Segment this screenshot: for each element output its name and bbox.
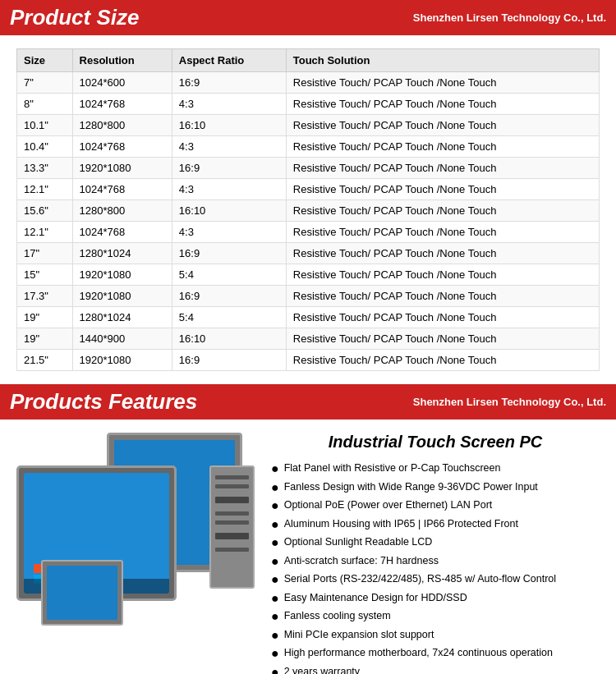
feature-item: ●Optional Sunlight Readable LCD — [271, 535, 600, 550]
table-cell-2-0: 10.1" — [17, 115, 73, 136]
table-cell-7-1: 1024*768 — [72, 222, 172, 243]
table-cell-10-2: 16:9 — [172, 286, 286, 307]
features-section: Industrial Touch Screen PC ●Flat Panel w… — [0, 420, 616, 674]
table-row: 19"1280*10245:4Resistive Touch/ PCAP Tou… — [17, 307, 600, 328]
table-cell-9-2: 5:4 — [172, 264, 286, 286]
bullet-icon: ● — [271, 481, 279, 494]
feature-text: High performance motherboard, 7x24 conti… — [284, 646, 553, 661]
table-cell-2-1: 1280*800 — [72, 115, 172, 136]
feature-text: Easy Maintenance Design for HDD/SSD — [284, 591, 467, 606]
table-cell-8-0: 17" — [17, 243, 73, 264]
company-name-1: Shenzhen Lirsen Technology Co., Ltd. — [413, 11, 606, 24]
table-row: 15"1920*10805:4Resistive Touch/ PCAP Tou… — [17, 264, 600, 286]
table-cell-13-2: 16:9 — [172, 350, 286, 371]
table-cell-5-0: 12.1" — [17, 179, 73, 200]
features-text: Industrial Touch Screen PC ●Flat Panel w… — [271, 433, 600, 674]
product-size-title: Product Size — [10, 5, 139, 30]
bullet-icon: ● — [271, 462, 279, 475]
monitor-small — [41, 560, 123, 626]
table-cell-2-3: Resistive Touch/ PCAP Touch /None Touch — [286, 115, 599, 136]
table-cell-11-0: 19" — [17, 307, 73, 328]
feature-text: Fanless Design with Wide Range 9-36VDC P… — [284, 480, 538, 495]
table-cell-9-0: 15" — [17, 264, 73, 286]
monitor-stack — [16, 433, 255, 621]
table-cell-11-3: Resistive Touch/ PCAP Touch /None Touch — [286, 307, 599, 328]
port-panel — [209, 465, 255, 589]
table-row: 15.6"1280*80016:10Resistive Touch/ PCAP … — [17, 200, 600, 222]
table-cell-1-3: Resistive Touch/ PCAP Touch /None Touch — [286, 94, 599, 115]
feature-text: Optional Sunlight Readable LCD — [284, 535, 433, 550]
feature-item: ●Flat Panel with Resistive or P-Cap Touc… — [271, 461, 600, 476]
table-row: 19"1440*90016:10Resistive Touch/ PCAP To… — [17, 328, 600, 350]
table-cell-3-0: 10.4" — [17, 136, 73, 158]
table-row: 10.4"1024*7684:3Resistive Touch/ PCAP To… — [17, 136, 600, 158]
monitor-small-screen — [47, 566, 117, 620]
table-cell-6-3: Resistive Touch/ PCAP Touch /None Touch — [286, 200, 599, 222]
bullet-icon: ● — [271, 573, 279, 586]
feature-item: ●Serial Ports (RS-232/422/485), RS-485 w… — [271, 572, 600, 587]
product-size-table: Size Resolution Aspect Ratio Touch Solut… — [16, 48, 600, 371]
table-cell-5-2: 4:3 — [172, 179, 286, 200]
table-row: 17.3"1920*108016:9Resistive Touch/ PCAP … — [17, 286, 600, 307]
table-cell-4-0: 13.3" — [17, 158, 73, 179]
table-cell-6-0: 15.6" — [17, 200, 73, 222]
feature-item: ●2 years warranty — [271, 665, 600, 675]
table-cell-8-2: 16:9 — [172, 243, 286, 264]
feature-text: Optional PoE (Power over Ethernet) LAN P… — [284, 498, 493, 513]
table-cell-12-3: Resistive Touch/ PCAP Touch /None Touch — [286, 328, 599, 350]
product-size-section: Size Resolution Aspect Ratio Touch Solut… — [0, 35, 616, 384]
feature-item: ●Fanless Design with Wide Range 9-36VDC … — [271, 480, 600, 495]
table-cell-12-0: 19" — [17, 328, 73, 350]
bullet-icon: ● — [271, 499, 279, 512]
table-cell-12-2: 16:10 — [172, 328, 286, 350]
monitor-images — [16, 433, 255, 621]
feature-item: ●Aluminum Housing with IP65 | IP66 Prote… — [271, 517, 600, 532]
table-cell-5-1: 1024*768 — [72, 179, 172, 200]
features-heading: Industrial Touch Screen PC — [271, 433, 600, 452]
col-aspect: Aspect Ratio — [172, 49, 286, 72]
feature-text: Mini PCIe expansion slot support — [284, 628, 434, 643]
feature-text: 2 years warranty — [284, 665, 360, 675]
feature-item: ●Fanless cooling system — [271, 609, 600, 624]
bullet-icon: ● — [271, 536, 279, 549]
table-row: 17"1280*102416:9Resistive Touch/ PCAP To… — [17, 243, 600, 264]
table-header-row: Size Resolution Aspect Ratio Touch Solut… — [17, 49, 600, 72]
feature-item: ●Easy Maintenance Design for HDD/SSD — [271, 591, 600, 606]
feature-text: Aluminum Housing with IP65 | IP66 Protec… — [284, 517, 518, 532]
table-cell-5-3: Resistive Touch/ PCAP Touch /None Touch — [286, 179, 599, 200]
bullet-icon: ● — [271, 610, 279, 623]
table-cell-0-1: 1024*600 — [72, 72, 172, 94]
col-resolution: Resolution — [72, 49, 172, 72]
products-features-title: Products Features — [10, 389, 197, 415]
bullet-icon: ● — [271, 666, 279, 675]
col-size: Size — [17, 49, 73, 72]
feature-item: ●Mini PCIe expansion slot support — [271, 628, 600, 643]
feature-item: ● High performance motherboard, 7x24 con… — [271, 646, 600, 661]
table-cell-4-2: 16:9 — [172, 158, 286, 179]
table-row: 21.5"1920*108016:9Resistive Touch/ PCAP … — [17, 350, 600, 371]
table-row: 8"1024*7684:3Resistive Touch/ PCAP Touch… — [17, 94, 600, 115]
table-row: 13.3"1920*108016:9Resistive Touch/ PCAP … — [17, 158, 600, 179]
table-cell-0-0: 7" — [17, 72, 73, 94]
table-cell-13-3: Resistive Touch/ PCAP Touch /None Touch — [286, 350, 599, 371]
table-row: 12.1"1024*7684:3Resistive Touch/ PCAP To… — [17, 222, 600, 243]
bullet-icon: ● — [271, 592, 279, 605]
table-row: 12.1"1024*7684:3Resistive Touch/ PCAP To… — [17, 179, 600, 200]
table-cell-10-0: 17.3" — [17, 286, 73, 307]
bullet-icon: ● — [271, 647, 279, 660]
table-cell-6-2: 16:10 — [172, 200, 286, 222]
feature-item: ●Optional PoE (Power over Ethernet) LAN … — [271, 498, 600, 513]
table-cell-9-3: Resistive Touch/ PCAP Touch /None Touch — [286, 264, 599, 286]
feature-text: Serial Ports (RS-232/422/485), RS-485 w/… — [284, 572, 556, 587]
table-cell-10-1: 1920*1080 — [72, 286, 172, 307]
table-cell-6-1: 1280*800 — [72, 200, 172, 222]
products-features-header: Products Features Shenzhen Lirsen Techno… — [0, 384, 616, 420]
table-cell-9-1: 1920*1080 — [72, 264, 172, 286]
features-content: Industrial Touch Screen PC ●Flat Panel w… — [16, 433, 600, 674]
table-cell-7-3: Resistive Touch/ PCAP Touch /None Touch — [286, 222, 599, 243]
table-cell-7-0: 12.1" — [17, 222, 73, 243]
table-cell-13-1: 1920*1080 — [72, 350, 172, 371]
table-cell-0-2: 16:9 — [172, 72, 286, 94]
table-row: 10.1"1280*80016:10Resistive Touch/ PCAP … — [17, 115, 600, 136]
feature-text: Anti-scratch surface: 7H hardness — [284, 554, 439, 569]
